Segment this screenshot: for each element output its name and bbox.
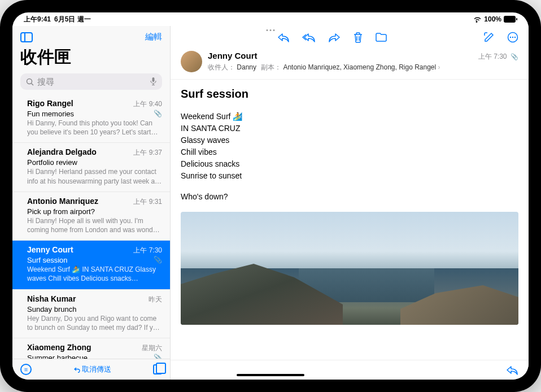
status-bar: 上午9:41 6月5日 週一 100%	[12, 12, 529, 26]
svg-rect-0	[504, 16, 516, 23]
chevron-right-icon: ›	[438, 63, 440, 71]
filter-icon	[20, 364, 32, 375]
msg-time: 上午 9:31	[133, 197, 162, 207]
search-icon	[26, 78, 34, 86]
attachment-icon: 📎	[511, 53, 518, 60]
reply-button[interactable]	[277, 32, 290, 43]
sidebar-toggle-button[interactable]	[20, 32, 33, 42]
msg-subject: Pick up from airport?	[27, 207, 95, 216]
msg-subject: Portfolio review	[27, 158, 77, 167]
detail-subject: Surf session	[181, 88, 518, 101]
more-button[interactable]	[507, 32, 518, 43]
recipients-row[interactable]: 收件人： Danny 副本： Antonio Manriquez, Xiaome…	[208, 63, 518, 72]
msg-sender: Rigo Rangel	[27, 99, 73, 108]
message-header: Jenny Court 上午 7:30 📎 收件人： Danny 副本： Ant…	[171, 46, 529, 80]
cc-label: 副本：	[261, 63, 281, 71]
message-item[interactable]: Nisha Kumar 昨天 Sunday brunch Hey Danny, …	[12, 290, 170, 338]
message-item[interactable]: Jenny Court 上午 7:30 Surf session 📎 Weeke…	[12, 241, 170, 289]
attachment-icon: 📎	[154, 110, 162, 117]
detail-time: 上午 7:30	[478, 53, 507, 60]
message-item[interactable]: Rigo Rangel 上午 9:40 Fun memories 📎 Hi Da…	[12, 94, 170, 143]
svg-line-3	[32, 83, 34, 85]
filter-button[interactable]	[20, 364, 32, 375]
svg-point-6	[510, 37, 511, 38]
to-value: Danny	[237, 63, 256, 71]
mailbox-title: 收件匣	[12, 46, 170, 73]
message-list[interactable]: Rigo Rangel 上午 9:40 Fun memories 📎 Hi Da…	[12, 94, 170, 359]
svg-rect-1	[516, 18, 517, 20]
msg-sender: Jenny Court	[27, 245, 73, 254]
msg-preview: Weekend Surf 🏄 IN SANTA CRUZ Glassy wave…	[27, 265, 162, 283]
msg-subject: Surf session	[27, 256, 68, 264]
msg-preview: Hey Danny, Do you and Rigo want to come …	[27, 314, 162, 332]
msg-preview: Hi Danny, Found this photo you took! Can…	[27, 119, 162, 137]
sidebar-icon	[20, 32, 33, 42]
forward-button[interactable]	[328, 32, 341, 43]
undo-send-button[interactable]: 取消傳送	[74, 364, 111, 374]
detail-sender[interactable]: Jenny Court	[208, 51, 258, 62]
attachment-icon: 📎	[154, 354, 162, 359]
message-item[interactable]: Antonio Manriquez 上午 9:31 Pick up from a…	[12, 192, 170, 241]
message-item[interactable]: Alejandra Delgado 上午 9:37 Portfolio revi…	[12, 143, 170, 191]
msg-preview: Hi Danny! Herland passed me your contact…	[27, 167, 162, 185]
msg-subject: Fun memories	[27, 110, 74, 118]
search-field[interactable]	[20, 73, 162, 90]
attached-photo[interactable]	[181, 212, 518, 325]
msg-sender: Nisha Kumar	[27, 294, 76, 303]
edit-button[interactable]: 編輯	[145, 32, 162, 42]
wifi-icon	[473, 16, 482, 23]
to-label: 收件人：	[208, 63, 235, 71]
svg-point-8	[514, 37, 516, 38]
status-time: 上午9:41	[24, 15, 51, 24]
msg-time: 上午 7:30	[133, 246, 162, 255]
svg-rect-4	[152, 77, 155, 82]
cc-value: Antonio Manriquez, Xiaomeng Zhong, Rigo …	[283, 63, 436, 71]
multitasking-dots[interactable]	[267, 29, 275, 31]
msg-sender: Antonio Manriquez	[27, 197, 98, 206]
msg-sender: Alejandra Delgado	[27, 147, 97, 156]
message-detail-pane: Jenny Court 上午 7:30 📎 收件人： Danny 副本： Ant…	[171, 26, 529, 380]
message-body[interactable]: Surf session Weekend Surf 🏄 IN SANTA CRU…	[171, 80, 529, 360]
status-date: 6月5日 週一	[54, 15, 91, 24]
mailboxes-icon	[153, 364, 162, 374]
msg-sender: Xiaomeng Zhong	[27, 343, 91, 352]
msg-time: 星期六	[142, 343, 162, 353]
msg-time: 上午 9:40	[133, 99, 162, 109]
move-button[interactable]	[376, 32, 387, 43]
battery-icon	[504, 16, 517, 23]
sender-avatar[interactable]	[181, 51, 202, 72]
msg-time: 上午 9:37	[133, 148, 162, 158]
body-paragraph-1: Weekend Surf 🏄 IN SANTA CRUZ Glassy wave…	[181, 111, 518, 182]
msg-subject: Summer barbecue	[27, 354, 88, 359]
svg-point-7	[512, 37, 513, 38]
quick-reply-button[interactable]	[506, 365, 518, 375]
body-paragraph-2: Who's down?	[181, 191, 518, 203]
msg-subject: Sunday brunch	[27, 305, 76, 313]
undo-send-label: 取消傳送	[82, 364, 111, 374]
message-item[interactable]: Xiaomeng Zhong 星期六 Summer barbecue 📎 Dan…	[12, 338, 170, 359]
attachment-icon: 📎	[154, 256, 162, 264]
home-indicator[interactable]	[237, 374, 304, 376]
msg-preview: Hi Danny! Hope all is well with you. I'm…	[27, 216, 162, 234]
battery-percent: 100%	[484, 15, 501, 23]
compose-button[interactable]	[483, 32, 495, 43]
reply-all-button[interactable]	[302, 32, 316, 43]
search-input[interactable]	[37, 77, 147, 86]
message-list-pane: 編輯 收件匣 Rigo Rangel	[12, 26, 171, 380]
trash-button[interactable]	[353, 32, 363, 43]
svg-point-2	[27, 79, 32, 84]
msg-time: 昨天	[149, 295, 162, 304]
dictation-icon[interactable]	[150, 77, 156, 86]
new-mailbox-button[interactable]	[153, 364, 162, 374]
